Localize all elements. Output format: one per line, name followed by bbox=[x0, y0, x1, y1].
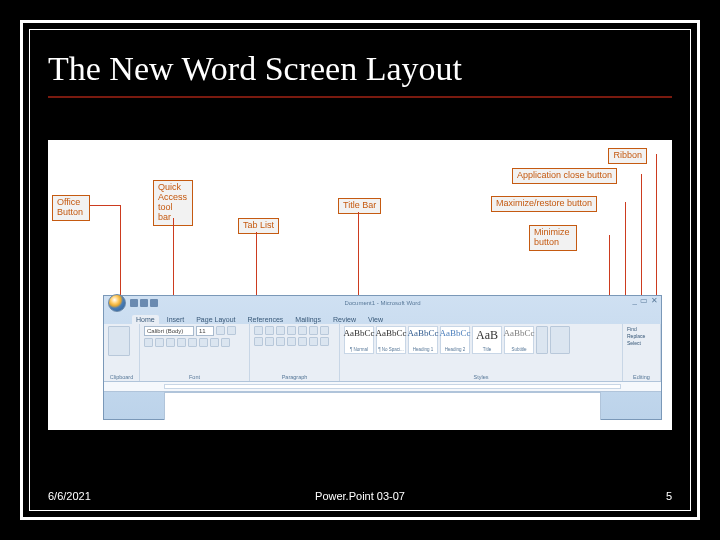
ribbon: Clipboard Calibri (Body) 11 bbox=[104, 324, 661, 382]
numbering-button[interactable] bbox=[265, 326, 274, 335]
align-left-button[interactable] bbox=[254, 337, 263, 346]
tab-home[interactable]: Home bbox=[132, 315, 159, 324]
tab-mailings[interactable]: Mailings bbox=[291, 315, 325, 324]
show-marks-button[interactable] bbox=[320, 326, 329, 335]
group-editing-label: Editing bbox=[627, 373, 656, 380]
group-font-label: Font bbox=[144, 373, 245, 380]
label-maximize: Maximize/restore button bbox=[491, 196, 597, 212]
maximize-button[interactable]: ▭ bbox=[640, 296, 648, 306]
replace-button[interactable]: Replace bbox=[627, 333, 645, 339]
group-paragraph-label: Paragraph bbox=[254, 373, 335, 380]
style-normal[interactable]: AaBbCc¶ Normal bbox=[344, 326, 374, 354]
window-controls: _ ▭ ✕ bbox=[633, 296, 658, 306]
line-spacing-button[interactable] bbox=[298, 337, 307, 346]
find-button[interactable]: Find bbox=[627, 326, 645, 332]
arrow-title-bar bbox=[358, 212, 359, 298]
label-app-close: Application close button bbox=[512, 168, 617, 184]
font-size-combo[interactable]: 11 bbox=[196, 326, 214, 336]
group-styles: AaBbCc¶ Normal AaBbCc¶ No Spaci... AaBbC… bbox=[340, 324, 623, 381]
subscript-button[interactable] bbox=[188, 338, 197, 347]
tab-references[interactable]: References bbox=[244, 315, 288, 324]
titlebar-text: Document1 - Microsoft Word bbox=[104, 300, 661, 306]
label-title-bar: Title Bar bbox=[338, 198, 381, 214]
slide-inner-frame: The New Word Screen Layout Office Button… bbox=[29, 29, 691, 511]
change-styles-button[interactable] bbox=[550, 326, 570, 354]
ribbon-tabs: Home Insert Page Layout References Maili… bbox=[104, 310, 661, 324]
tab-page-layout[interactable]: Page Layout bbox=[192, 315, 239, 324]
grow-font-icon[interactable] bbox=[216, 326, 225, 335]
document-page[interactable] bbox=[164, 392, 601, 420]
arrow-office-button bbox=[90, 205, 120, 206]
highlight-button[interactable] bbox=[210, 338, 219, 347]
align-center-button[interactable] bbox=[265, 337, 274, 346]
footer-source: Power.Point 03-07 bbox=[48, 490, 672, 502]
multilevel-button[interactable] bbox=[276, 326, 285, 335]
group-clipboard-label: Clipboard bbox=[108, 373, 135, 380]
arrow-minimize bbox=[609, 235, 610, 300]
group-clipboard: Clipboard bbox=[104, 324, 140, 381]
tab-view[interactable]: View bbox=[364, 315, 387, 324]
tab-insert[interactable]: Insert bbox=[163, 315, 189, 324]
borders-button[interactable] bbox=[320, 337, 329, 346]
minimize-button[interactable]: _ bbox=[633, 296, 637, 306]
strike-button[interactable] bbox=[177, 338, 186, 347]
superscript-button[interactable] bbox=[199, 338, 208, 347]
font-color-button[interactable] bbox=[221, 338, 230, 347]
ruler[interactable] bbox=[104, 382, 661, 392]
group-editing: Find Replace Select Editing bbox=[623, 324, 661, 381]
slide-footer: 6/6/2021 Power.Point 03-07 5 bbox=[48, 490, 672, 502]
group-font: Calibri (Body) 11 bbox=[140, 324, 250, 381]
decrease-indent-button[interactable] bbox=[287, 326, 296, 335]
style-heading2[interactable]: AaBbCcHeading 2 bbox=[440, 326, 470, 354]
tab-review[interactable]: Review bbox=[329, 315, 360, 324]
arrow-app-close bbox=[641, 174, 642, 300]
label-ribbon: Ribbon bbox=[608, 148, 647, 164]
label-office-button: Office Button bbox=[52, 195, 90, 221]
bold-button[interactable] bbox=[144, 338, 153, 347]
arrow-maximize bbox=[625, 202, 626, 300]
title-underline bbox=[48, 96, 672, 98]
word-titlebar: Document1 - Microsoft Word _ ▭ ✕ bbox=[104, 296, 661, 310]
word-window: Document1 - Microsoft Word _ ▭ ✕ Home In… bbox=[103, 295, 662, 420]
slide-title: The New Word Screen Layout bbox=[30, 30, 690, 96]
paste-button[interactable] bbox=[108, 326, 130, 356]
shrink-font-icon[interactable] bbox=[227, 326, 236, 335]
styles-more-button[interactable] bbox=[536, 326, 548, 354]
select-button[interactable]: Select bbox=[627, 340, 645, 346]
slide-outer-frame: The New Word Screen Layout Office Button… bbox=[20, 20, 700, 520]
close-button[interactable]: ✕ bbox=[651, 296, 658, 306]
justify-button[interactable] bbox=[287, 337, 296, 346]
label-tab-list: Tab List bbox=[238, 218, 279, 234]
figure-area: Office Button Quick Access tool bar Tab … bbox=[48, 140, 672, 430]
align-right-button[interactable] bbox=[276, 337, 285, 346]
arrow-office-button-v bbox=[120, 205, 121, 297]
increase-indent-button[interactable] bbox=[298, 326, 307, 335]
arrow-quick-access bbox=[173, 218, 174, 298]
label-minimize: Minimize button bbox=[529, 225, 577, 251]
sort-button[interactable] bbox=[309, 326, 318, 335]
style-no-spacing[interactable]: AaBbCc¶ No Spaci... bbox=[376, 326, 406, 354]
group-styles-label: Styles bbox=[344, 373, 618, 380]
style-heading1[interactable]: AaBbCcHeading 1 bbox=[408, 326, 438, 354]
style-subtitle[interactable]: AaBbCcSubtitle bbox=[504, 326, 534, 354]
font-name-combo[interactable]: Calibri (Body) bbox=[144, 326, 194, 336]
group-paragraph: Paragraph bbox=[250, 324, 340, 381]
bullets-button[interactable] bbox=[254, 326, 263, 335]
style-title[interactable]: AaBTitle bbox=[472, 326, 502, 354]
italic-button[interactable] bbox=[155, 338, 164, 347]
shading-button[interactable] bbox=[309, 337, 318, 346]
underline-button[interactable] bbox=[166, 338, 175, 347]
